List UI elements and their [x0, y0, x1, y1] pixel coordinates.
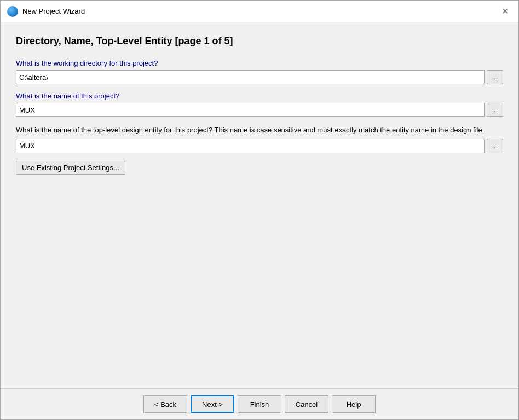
- directory-field-group: What is the working directory for this p…: [16, 59, 503, 84]
- project-name-row: ...: [16, 103, 503, 117]
- project-name-field-group: What is the name of this project? ...: [16, 92, 503, 117]
- top-level-row: ...: [16, 139, 503, 153]
- title-bar: New Project Wizard ✕: [1, 1, 518, 22]
- wizard-icon: [7, 6, 18, 17]
- title-bar-left: New Project Wizard: [7, 6, 85, 17]
- cancel-button[interactable]: Cancel: [285, 395, 328, 413]
- project-name-browse-button[interactable]: ...: [487, 103, 503, 117]
- directory-input[interactable]: [16, 70, 485, 84]
- next-button[interactable]: Next >: [191, 395, 234, 413]
- directory-row: ...: [16, 70, 503, 84]
- finish-button[interactable]: Finish: [238, 395, 281, 413]
- project-name-label: What is the name of this project?: [16, 92, 503, 100]
- top-level-browse-button[interactable]: ...: [487, 139, 503, 153]
- existing-settings-group: Use Existing Project Settings...: [16, 161, 503, 175]
- directory-browse-button[interactable]: ...: [487, 70, 503, 84]
- wizard-content: Directory, Name, Top-Level Entity [page …: [1, 22, 518, 388]
- project-name-input[interactable]: [16, 103, 485, 117]
- back-button[interactable]: < Back: [143, 395, 187, 413]
- wizard-footer: < Back Next > Finish Cancel Help: [1, 388, 518, 419]
- directory-label: What is the working directory for this p…: [16, 59, 503, 67]
- page-title: Directory, Name, Top-Level Entity [page …: [16, 36, 503, 47]
- top-level-field-group: What is the name of the top-level design…: [16, 125, 503, 153]
- wizard-window: New Project Wizard ✕ Directory, Name, To…: [0, 0, 519, 420]
- close-button[interactable]: ✕: [498, 6, 512, 17]
- title-bar-title: New Project Wizard: [22, 7, 85, 15]
- help-button[interactable]: Help: [332, 395, 376, 413]
- top-level-input[interactable]: [16, 139, 485, 153]
- existing-settings-button[interactable]: Use Existing Project Settings...: [16, 161, 125, 175]
- top-level-description: What is the name of the top-level design…: [16, 125, 503, 136]
